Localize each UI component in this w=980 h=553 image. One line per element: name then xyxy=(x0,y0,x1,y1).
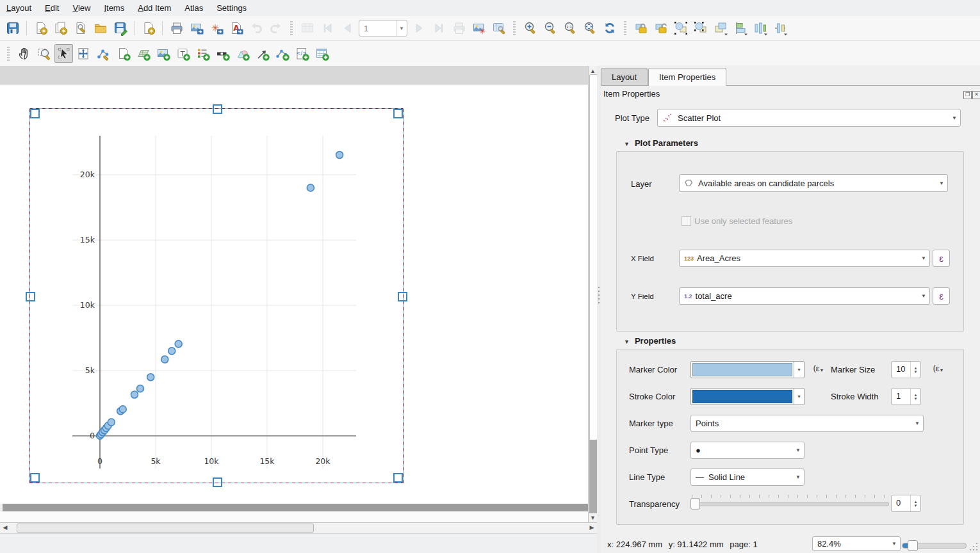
print-button[interactable] xyxy=(167,19,186,38)
zoom-in-button[interactable] xyxy=(521,19,539,38)
marker-size-override-button[interactable]: (ε▼ xyxy=(930,364,947,378)
marker-color-button[interactable]: ▼ xyxy=(690,361,804,378)
print-atlas-button[interactable] xyxy=(450,19,468,38)
stroke-color-button[interactable]: ▼ xyxy=(690,388,804,405)
menu-view[interactable]: View xyxy=(72,1,97,15)
stroke-width-spinbox[interactable]: 1 ▲▼ xyxy=(891,388,921,405)
slider-track[interactable] xyxy=(690,502,889,506)
add-node-item-button[interactable] xyxy=(273,44,291,63)
scatter-plot-item[interactable]: 05k10k15k20k05k10k15k20k xyxy=(29,108,404,483)
export-svg-button[interactable]: ✳ xyxy=(207,19,225,38)
add-label-button[interactable]: T xyxy=(174,44,192,63)
edit-nodes-item-button[interactable] xyxy=(94,44,113,63)
vertical-scrollbar-track[interactable] xyxy=(589,440,597,513)
resize-handle-s[interactable] xyxy=(213,477,222,487)
scroll-right-arrow[interactable]: ▶ xyxy=(587,523,596,532)
layer-combo[interactable]: Available areas on candidate parcels ▼ xyxy=(679,174,948,192)
add-scalebar-button[interactable] xyxy=(213,44,232,63)
spin-arrows-icon[interactable]: ▲▼ xyxy=(910,362,920,378)
horizontal-scrollbar[interactable]: ◀ ▶ xyxy=(0,522,597,534)
zoom-level-combo[interactable]: 82.4% ▼ xyxy=(812,536,901,551)
resize-handle-nw[interactable] xyxy=(30,109,40,118)
menu-edit[interactable]: Edit xyxy=(45,1,66,15)
atlas-last-feature-button[interactable] xyxy=(430,19,448,38)
add-html-button[interactable]: </> xyxy=(293,44,311,63)
x-field-combo[interactable]: 123 Area_Acres ▼ xyxy=(679,250,930,267)
resize-handle-sw[interactable] xyxy=(30,473,40,483)
undo-button[interactable] xyxy=(247,19,265,38)
lock-selected-items-button[interactable] xyxy=(632,19,650,38)
marker-size-spinbox[interactable]: 10 ▲▼ xyxy=(891,361,921,378)
use-selected-features-checkbox[interactable] xyxy=(682,216,691,226)
select-move-item-button[interactable] xyxy=(54,44,73,63)
align-selected-items-button[interactable] xyxy=(731,19,749,38)
menu-layout[interactable]: Layout xyxy=(6,1,38,15)
add-map-button[interactable] xyxy=(134,44,152,63)
tab-layout[interactable]: Layout xyxy=(601,68,648,86)
refresh-view-button[interactable] xyxy=(600,19,619,38)
export-atlas-button[interactable]: ✳ xyxy=(470,19,488,38)
export-image-button[interactable] xyxy=(187,19,206,38)
scroll-down-arrow[interactable]: ▼ xyxy=(589,513,597,522)
properties-header[interactable]: ▼Properties xyxy=(624,336,676,346)
line-type-combo[interactable]: — Solid Line ▼ xyxy=(690,469,804,486)
menu-add-item[interactable]: Add Item xyxy=(138,1,178,15)
spin-arrows-icon[interactable]: ▲▼ xyxy=(910,495,920,511)
resize-handle-ne[interactable] xyxy=(393,109,403,118)
panel-float-button[interactable]: ❐ xyxy=(963,91,972,99)
atlas-previous-feature-button[interactable] xyxy=(338,19,356,38)
unlock-all-items-button[interactable] xyxy=(651,19,670,38)
scroll-left-arrow[interactable]: ◀ xyxy=(1,523,10,532)
atlas-page-combo[interactable]: 1▼ xyxy=(359,20,407,36)
vertical-scrollbar[interactable]: ▲ ▼ xyxy=(588,66,598,522)
transparency-spinbox[interactable]: 0 ▲▼ xyxy=(891,495,921,512)
menu-atlas[interactable]: Atlas xyxy=(184,1,210,15)
menu-settings[interactable]: Settings xyxy=(216,1,254,15)
resize-handle-n[interactable] xyxy=(213,104,222,114)
marker-type-combo[interactable]: Points ▼ xyxy=(690,415,924,432)
new-layout-button[interactable]: ✶ xyxy=(31,19,50,38)
add-attribute-table-button[interactable] xyxy=(313,44,331,63)
save-project-button[interactable] xyxy=(3,19,22,38)
plot-type-combo[interactable]: Scatter Plot ▼ xyxy=(657,109,961,127)
duplicate-layout-button[interactable]: ✶ xyxy=(51,19,70,38)
plot-parameters-header[interactable]: ▼Plot Parameters xyxy=(624,138,698,148)
y-field-expression-button[interactable]: ε xyxy=(933,287,950,305)
tab-item-properties[interactable]: Item Properties xyxy=(648,68,726,86)
distribute-selected-items-button[interactable] xyxy=(751,19,769,38)
resize-selected-items-button[interactable] xyxy=(771,19,789,38)
zoom-tool-button[interactable] xyxy=(35,44,53,63)
atlas-preview-button[interactable] xyxy=(298,19,316,38)
add-picture-button[interactable] xyxy=(154,44,172,63)
add-shape-button[interactable] xyxy=(233,44,252,63)
redo-button[interactable] xyxy=(266,19,285,38)
export-pdf-button[interactable]: A xyxy=(227,19,245,38)
spin-arrows-icon[interactable]: ▲▼ xyxy=(910,389,920,405)
point-type-combo[interactable]: ● ▼ xyxy=(690,442,804,459)
zoom-out-button[interactable] xyxy=(541,19,559,38)
menu-items[interactable]: Items xyxy=(104,1,131,15)
x-field-expression-button[interactable]: ε xyxy=(933,250,950,267)
marker-color-override-button[interactable]: (ε▼ xyxy=(810,364,827,378)
resize-handle-e[interactable] xyxy=(398,292,407,301)
zoom-slider[interactable] xyxy=(902,543,967,549)
zoom-slider-handle[interactable] xyxy=(908,540,918,551)
layout-manager-button[interactable] xyxy=(71,19,90,38)
resize-handle-w[interactable] xyxy=(26,292,35,301)
pan-layout-button[interactable] xyxy=(15,44,33,63)
panel-close-button[interactable]: ✕ xyxy=(972,91,980,99)
atlas-settings-button[interactable] xyxy=(489,19,508,38)
add-pages-button[interactable] xyxy=(114,44,133,63)
window-resize-grip[interactable] xyxy=(968,541,978,551)
zoom-full-button[interactable] xyxy=(580,19,599,38)
group-items-button[interactable] xyxy=(671,19,690,38)
zoom-actual-button[interactable]: 1:1 xyxy=(560,19,579,38)
resize-handle-se[interactable] xyxy=(393,473,403,483)
atlas-next-feature-button[interactable] xyxy=(410,19,429,38)
load-from-template-button[interactable] xyxy=(91,19,110,38)
y-field-combo[interactable]: 1.2 total_acre ▼ xyxy=(679,287,930,305)
horizontal-scrollbar-thumb[interactable] xyxy=(17,524,314,533)
save-as-template-button[interactable] xyxy=(111,19,129,38)
ungroup-items-button[interactable] xyxy=(691,19,710,38)
raise-selected-items-button[interactable] xyxy=(711,19,730,38)
